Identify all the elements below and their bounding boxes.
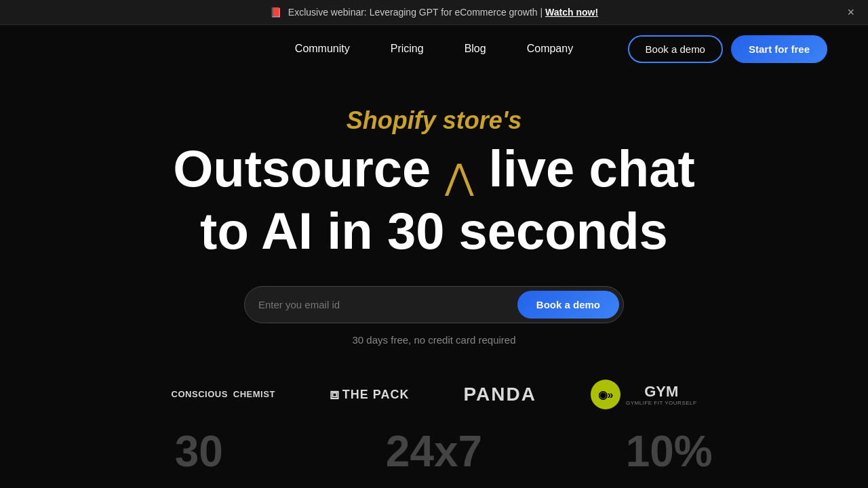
navigation: Community Pricing Blog Company Book a de…: [0, 25, 868, 73]
logos-section: CONSCIOUS CHEMIST ⧈ THE PACK PANDA ◉» GY…: [131, 380, 738, 409]
hero-title-line1: Outsource ⋀ live chat: [173, 140, 694, 197]
logo-the-pack: ⧈ THE PACK: [330, 386, 410, 403]
nav-blog[interactable]: Blog: [444, 37, 507, 60]
book-demo-button[interactable]: Book a demo: [517, 291, 619, 319]
hero-title-line2: to AI in 30 seconds: [200, 203, 668, 260]
logo-gym: ◉» GYM GYMLIFE FIT YOURSELF: [591, 380, 696, 409]
conscious-chemist-line1: CONSCIOUS: [172, 389, 228, 401]
gym-circle-icon: ◉»: [598, 388, 614, 401]
nav-pricing[interactable]: Pricing: [370, 37, 444, 60]
nav-book-demo-button[interactable]: Book a demo: [628, 35, 723, 63]
free-trial-text: 30 days free, no credit card required: [353, 334, 516, 346]
banner-link[interactable]: Watch now!: [545, 7, 598, 18]
nav-actions: Book a demo Start for free: [628, 35, 827, 63]
conscious-chemist-line2: CHEMIST: [233, 389, 275, 401]
hero-title-outsource: Outsource: [173, 140, 431, 197]
stats-row: 30 24x7 10%: [14, 430, 854, 473]
banner-emoji: 📕: [270, 7, 281, 18]
gym-label: GYM: [626, 384, 696, 400]
nav-start-free-button[interactable]: Start for free: [731, 35, 827, 63]
email-form: Book a demo: [244, 286, 624, 323]
stat-30-value: 30: [81, 430, 317, 473]
stat-24x7: 24x7: [317, 430, 552, 473]
stat-10pct-value: 10%: [551, 430, 787, 473]
stat-10pct: 10%: [551, 430, 787, 473]
thepack-label: THE PACK: [342, 388, 410, 402]
gym-text-block: GYM GYMLIFE FIT YOURSELF: [626, 384, 696, 406]
hero-title-live-chat: live chat: [489, 140, 695, 197]
email-input[interactable]: [258, 293, 517, 316]
logo-panda: PANDA: [464, 384, 536, 405]
gym-sublabel: GYMLIFE FIT YOURSELF: [626, 400, 696, 406]
stat-24x7-value: 24x7: [317, 430, 552, 473]
gym-logo-circle: ◉»: [591, 380, 620, 409]
nav-company[interactable]: Company: [507, 37, 593, 60]
announcement-banner: 📕 Exclusive webinar: Leveraging GPT for …: [0, 0, 868, 25]
panda-label: PANDA: [464, 384, 536, 405]
nav-links: Community Pricing Blog Company: [275, 37, 593, 60]
hero-section: Shopify store's Outsource ⋀ live chat to…: [0, 73, 868, 488]
thepack-icon: ⧈: [330, 386, 340, 403]
banner-close-button[interactable]: ×: [847, 6, 854, 18]
hero-subtitle: Shopify store's: [347, 106, 522, 135]
logo-conscious-chemist: CONSCIOUS CHEMIST: [172, 389, 275, 401]
nav-community[interactable]: Community: [275, 37, 370, 60]
cursor-icon: ⋀: [445, 158, 474, 197]
banner-text: Exclusive webinar: Leveraging GPT for eC…: [288, 7, 542, 18]
stat-30: 30: [81, 430, 317, 473]
